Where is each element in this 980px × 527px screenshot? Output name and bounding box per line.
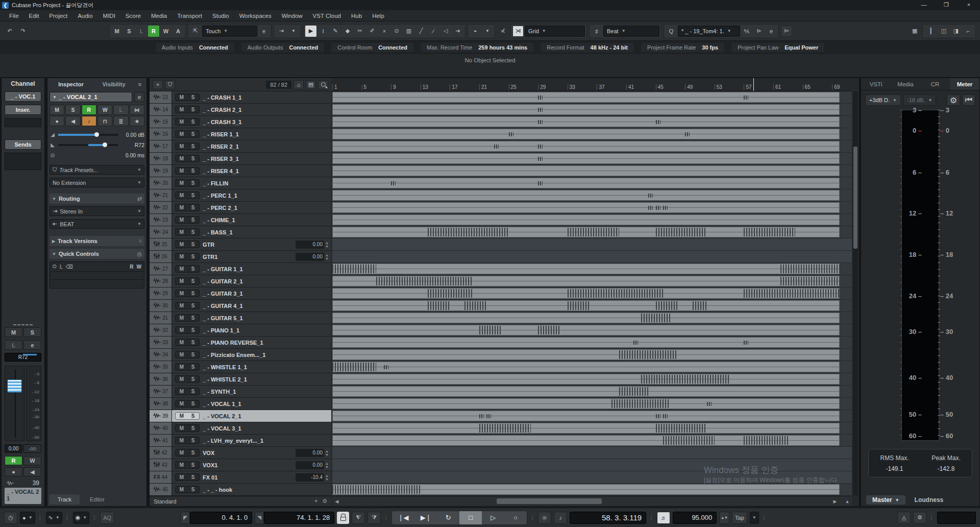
mute-button[interactable]: M <box>177 450 187 456</box>
track-lane-20[interactable] <box>332 177 852 189</box>
track-volume-value[interactable]: 0.00 <box>296 461 324 469</box>
audio-event[interactable] <box>332 202 840 213</box>
inspector-mute-button[interactable]: M <box>50 105 64 115</box>
meter-settings-gear-icon[interactable]: ⚙ <box>947 94 960 106</box>
quantize-select[interactable]: * _ - 19_Tom4: 1.▼ <box>678 26 740 37</box>
extension-select[interactable]: No Extension▼ <box>50 178 144 187</box>
track-row-39[interactable]: 39MS_ - VOCAL 2_1 <box>150 410 331 422</box>
pan-slider[interactable] <box>58 144 118 146</box>
solo-button[interactable]: S <box>188 107 198 112</box>
quantize-icon[interactable]: Q <box>666 26 677 37</box>
retrospective-record-icon[interactable]: ◉ <box>538 512 551 524</box>
tab-visibility[interactable]: Visibility <box>92 80 135 89</box>
solo-button[interactable]: S <box>188 168 198 174</box>
record-button[interactable]: ○ <box>504 511 527 525</box>
channel-pan-control[interactable]: R72 <box>5 353 41 362</box>
track-name[interactable]: _ - Pizzicato Ensem..._1 <box>203 352 331 358</box>
scroll-right-icon[interactable]: ▶ <box>831 498 839 505</box>
inspector-listen-button[interactable]: L <box>113 105 128 115</box>
qc-slot[interactable] <box>50 272 144 280</box>
volume-slider[interactable] <box>58 134 118 136</box>
track-row-27[interactable]: 27MS_ - GUITAR 1_1 <box>150 263 331 275</box>
solo-button[interactable]: S <box>188 364 198 370</box>
right-locator-value[interactable]: 74. 1. 1. 28 <box>264 512 334 524</box>
channel-record-button[interactable]: ● <box>5 467 22 476</box>
setup-zones-icon[interactable]: ⌐ <box>963 26 974 37</box>
solo-button[interactable]: S <box>188 450 198 456</box>
audio-activity-group[interactable]: ∿▼ <box>46 512 62 524</box>
range-selection-tool-icon[interactable]: I <box>317 26 329 37</box>
right-tab-cr[interactable]: CR <box>920 78 950 90</box>
metronome-settings-gear-icon[interactable]: ⚙ <box>913 512 926 524</box>
track-control-preset[interactable]: Standard <box>154 498 177 505</box>
audio-event[interactable] <box>332 398 840 409</box>
right-zone-icon[interactable]: ◨ <box>950 26 962 37</box>
grid-type-select[interactable]: Beat▼ <box>603 26 659 37</box>
midi-activity-group[interactable]: ◉▼ <box>73 512 90 524</box>
track-row-25[interactable]: 25MSGTR0.00▲▼ <box>150 238 331 251</box>
tempo-track-icon[interactable]: ♬ <box>657 512 670 524</box>
inserts-button[interactable]: Inser. <box>5 105 41 115</box>
track-lane-31[interactable] <box>332 312 852 324</box>
menu-media[interactable]: Media <box>146 10 172 21</box>
mute-button[interactable]: M <box>177 217 187 223</box>
status-control-room[interactable]: Control RoomConnected <box>331 43 413 52</box>
track-name[interactable]: _ - VOCAL 2_1 <box>203 413 331 419</box>
solo-button[interactable]: S <box>188 229 198 235</box>
track-name[interactable]: _ - BASS_1 <box>203 229 331 235</box>
automation-panel-icon[interactable]: e <box>258 26 270 37</box>
mute-button[interactable]: M <box>177 303 187 308</box>
iterative-quantize-icon[interactable]: ⅍ <box>741 26 752 37</box>
solo-button[interactable]: S <box>188 315 198 321</box>
divider-flag-icon[interactable]: ⊨ <box>781 26 792 37</box>
mute-button[interactable]: M <box>177 340 187 345</box>
time-warp-tool-icon[interactable]: ╱ <box>415 26 427 37</box>
mute-button[interactable]: M <box>177 156 187 161</box>
aq-button[interactable]: AQ <box>100 512 114 524</box>
right-tab-vsti[interactable]: VSTi <box>861 78 891 90</box>
track-lane-13[interactable] <box>332 91 852 104</box>
track-versions-header[interactable]: ▶Track Versions ⑂ <box>50 236 144 246</box>
snap-icon[interactable]: ⋊ <box>512 26 524 37</box>
play-tool-icon[interactable]: ◁ <box>440 26 451 37</box>
solo-button[interactable]: S <box>188 340 198 345</box>
menu-studio[interactable]: Studio <box>207 10 234 21</box>
track-row-14[interactable]: 14MS_ - CRASH 2_1 <box>150 104 331 116</box>
track-lane-21[interactable] <box>332 189 852 202</box>
erase-tool-icon[interactable]: ◆ <box>342 26 353 37</box>
track-name[interactable]: _ - CRASH 1_1 <box>203 94 331 101</box>
mute-button[interactable]: M <box>177 438 187 443</box>
audio-event[interactable] <box>332 423 840 434</box>
mute-button[interactable]: M <box>177 205 187 210</box>
track-lane-14[interactable] <box>332 104 852 116</box>
punch-out-icon[interactable]: ⧩ <box>368 512 381 524</box>
automation-w-button[interactable]: W <box>160 26 172 37</box>
track-lane-36[interactable] <box>332 373 852 386</box>
left-zone-icon[interactable]: ▕▏ <box>924 26 937 37</box>
track-name[interactable]: _ - CRASH 2_1 <box>203 107 331 113</box>
solo-button[interactable]: S <box>188 131 198 137</box>
mute-button[interactable]: M <box>177 376 187 382</box>
track-name[interactable]: _ - _ - hook <box>203 487 331 493</box>
vertical-scrollbar[interactable] <box>853 91 858 496</box>
track-row-26[interactable]: 26MSGTR10.00▲▼ <box>150 251 331 263</box>
mute-button[interactable]: M <box>177 131 187 137</box>
audio-event[interactable] <box>332 178 840 188</box>
value-stepper[interactable]: ▲▼ <box>325 474 329 481</box>
track-name[interactable]: _ - SYNTH_1 <box>203 389 331 395</box>
track-lane-23[interactable] <box>332 214 852 226</box>
search-icon[interactable] <box>318 80 328 89</box>
value-stepper[interactable]: ▲▼ <box>325 462 329 469</box>
track-row-32[interactable]: 32MS_ - PIANO 1_1 <box>150 324 331 337</box>
mute-button[interactable]: M <box>177 94 187 100</box>
audio-event[interactable] <box>332 190 840 201</box>
mute-button[interactable]: M <box>177 278 187 284</box>
audio-event[interactable] <box>332 349 840 360</box>
track-lane-33[interactable] <box>332 337 852 349</box>
track-row-31[interactable]: 31MS_ - GUITAR 5_1 <box>150 312 331 324</box>
track-name[interactable]: VOX <box>203 450 296 456</box>
track-lane-28[interactable] <box>332 275 852 288</box>
track-lane-18[interactable] <box>332 153 852 165</box>
track-volume-value[interactable]: 0.00 <box>296 449 324 457</box>
play-button[interactable]: ▷ <box>482 511 504 525</box>
